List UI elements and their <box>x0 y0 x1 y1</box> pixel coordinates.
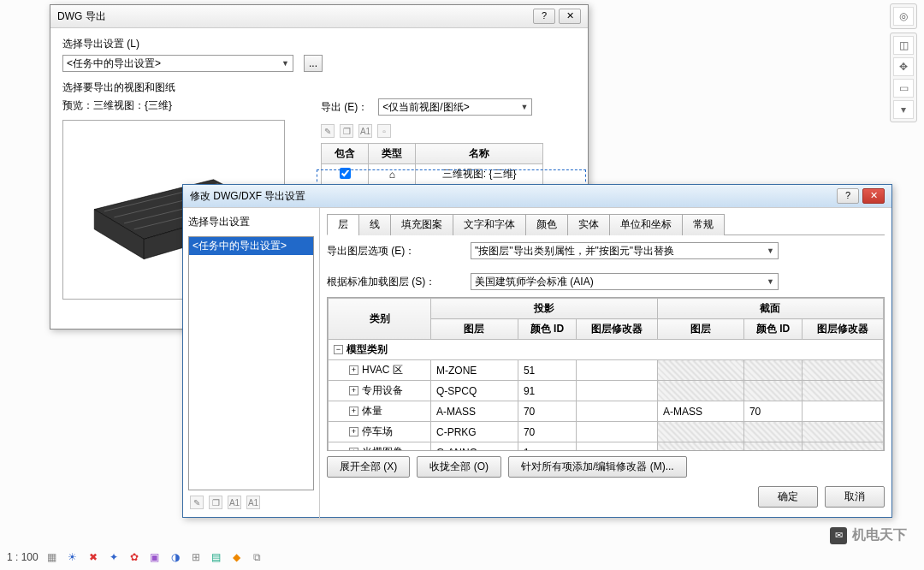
standard-label: 根据标准加载图层 (S)： <box>327 275 464 289</box>
wheel-icon[interactable]: ◎ <box>893 7 914 26</box>
viewport-toolbar: ◎ ◫ ✥ ▭ ▾ <box>890 3 917 122</box>
col-name: 名称 <box>416 144 543 164</box>
tree-expand-icon[interactable]: + <box>349 365 358 375</box>
tree-parent-row[interactable]: − 模型类别 <box>329 340 884 360</box>
col-projection: 投影 <box>431 299 658 319</box>
delete-icon[interactable]: A1 <box>246 496 260 509</box>
export-settings-combo[interactable]: <任务中的导出设置>▼ <box>62 55 293 72</box>
dialog2-title: 修改 DWG/DXF 导出设置 <box>190 189 837 204</box>
rename-icon[interactable]: A1 <box>228 496 241 509</box>
grid-row[interactable]: + 停车场C-PRKG70 <box>329 422 884 442</box>
uncheck-all-icon[interactable]: ▫ <box>377 124 391 138</box>
col-category: 类别 <box>329 299 431 340</box>
duplicate-icon[interactable]: ❐ <box>209 496 222 509</box>
ok-button[interactable]: 确定 <box>758 486 818 508</box>
tab-5[interactable]: 实体 <box>567 214 610 235</box>
tab-3[interactable]: 文字和字体 <box>453 214 526 235</box>
analytical-icon[interactable]: ◆ <box>230 550 244 564</box>
new-set-icon[interactable]: ✎ <box>321 124 335 138</box>
new-icon[interactable]: ✎ <box>190 496 204 509</box>
tabs: 层线填充图案文字和字体颜色实体单位和坐标常规 <box>327 213 885 235</box>
export-filter-label: 导出 (E)： <box>321 100 368 115</box>
chevron-down-icon: ▼ <box>281 59 289 68</box>
collapse-all-button[interactable]: 收拢全部 (O) <box>417 456 501 478</box>
col-section: 截面 <box>657 299 883 319</box>
grid-row[interactable]: + 体量A-MASS70A-MASS70 <box>329 401 884 422</box>
tab-1[interactable]: 线 <box>358 214 391 235</box>
tab-0[interactable]: 层 <box>327 214 359 235</box>
chevron-down-icon: ▼ <box>520 103 528 111</box>
tree-expand-icon[interactable]: + <box>349 407 358 416</box>
tab-4[interactable]: 颜色 <box>525 214 568 235</box>
wechat-icon: ✉ <box>830 527 847 544</box>
modify-dwg-dxf-dialog: 修改 DWG/DXF 导出设置 ? ✕ 选择导出设置 <任务中的导出设置> ✎ … <box>182 184 892 518</box>
col-type: 类型 <box>369 144 416 164</box>
close-button[interactable]: ✕ <box>559 9 581 24</box>
watermark: ✉ 机电天下 <box>830 526 907 544</box>
settings-list[interactable]: <任务中的导出设置> <box>188 236 314 490</box>
help-button[interactable]: ? <box>533 9 555 24</box>
col-include: 包含 <box>322 144 369 164</box>
include-checkbox[interactable] <box>340 168 351 179</box>
help-button[interactable]: ? <box>837 188 859 204</box>
layer-grid: 类别 投影 截面 图层颜色 ID图层修改器图层颜色 ID图层修改器 − 模型类别… <box>328 298 884 451</box>
reveal-icon[interactable]: ⊞ <box>189 550 203 564</box>
statusbar: 1 : 100 ▦ ☀ ✖ ✦ ✿ ▣ ◑ ⊞ ▤ ◆ ⧉ <box>0 548 271 567</box>
select-settings-label: 选择导出设置 (L) <box>62 37 576 51</box>
preview-label: 预览：三维视图：{三维} <box>62 98 285 113</box>
dialog1-title: DWG 导出 <box>57 9 533 24</box>
tree-expand-icon[interactable]: + <box>349 427 358 436</box>
grid-row[interactable]: + HVAC 区M-ZONE51 <box>329 360 884 381</box>
export-filter-combo[interactable]: <仅当前视图/图纸>▼ <box>378 98 532 116</box>
chevron-down-icon: ▼ <box>767 277 774 286</box>
add-modifier-button[interactable]: 针对所有项添加/编辑修改器 (M)... <box>508 456 687 478</box>
shadows-icon[interactable]: ✖ <box>86 550 100 564</box>
watermark-text: 机电天下 <box>852 526 907 544</box>
scale-label[interactable]: 1 : 100 <box>7 551 38 563</box>
tree-expand-icon[interactable]: + <box>349 386 358 395</box>
duplicate-icon[interactable]: ❐ <box>340 124 353 138</box>
pan-icon[interactable]: ✥ <box>893 57 914 76</box>
expand-all-button[interactable]: 展开全部 (X) <box>327 456 410 478</box>
tree-collapse-icon[interactable]: − <box>334 345 343 354</box>
constraints-icon[interactable]: ▤ <box>210 550 223 564</box>
cube-icon[interactable]: ◫ <box>893 36 914 55</box>
cancel-button[interactable]: 取消 <box>825 486 885 508</box>
sun-icon[interactable]: ☀ <box>66 550 80 564</box>
layer-option-label: 导出图层选项 (E)： <box>327 244 464 258</box>
close-button[interactable]: ✕ <box>862 188 885 204</box>
tab-2[interactable]: 填充图案 <box>390 214 453 235</box>
settings-list-item[interactable]: <任务中的导出设置> <box>189 237 313 255</box>
render-icon[interactable]: ✦ <box>107 550 121 564</box>
dropdown-icon[interactable]: ▾ <box>893 100 914 119</box>
grid-row[interactable]: + 专用设备Q-SPCQ91 <box>329 381 884 401</box>
tab-6[interactable]: 单位和坐标 <box>609 214 683 235</box>
check-all-icon[interactable]: A1 <box>358 124 372 138</box>
left-label: 选择导出设置 <box>188 215 314 229</box>
graphics-icon[interactable]: ▦ <box>45 550 59 564</box>
layer-option-combo[interactable]: "按图层"导出类别属性，并"按图元"导出替换▼ <box>471 242 779 259</box>
crop-icon[interactable]: ✿ <box>127 550 141 564</box>
settings-more-button[interactable]: ... <box>304 55 323 72</box>
isolate-icon[interactable]: ◑ <box>169 550 182 564</box>
zoom-icon[interactable]: ▭ <box>893 79 914 98</box>
chevron-down-icon: ▼ <box>767 246 774 255</box>
hide-icon[interactable]: ▣ <box>148 550 162 564</box>
tab-7[interactable]: 常规 <box>682 214 725 235</box>
grid-row[interactable]: + 光栅图像G-ANNO-...1 <box>329 442 884 452</box>
table-row[interactable]: ⌂ 三维视图: {三维} <box>322 164 543 185</box>
standard-combo[interactable]: 美国建筑师学会标准 (AIA)▼ <box>471 273 779 290</box>
link-icon[interactable]: ⧉ <box>251 550 264 564</box>
select-views-label: 选择要导出的视图和图纸 <box>62 80 576 95</box>
type-icon: ⌂ <box>369 164 416 185</box>
